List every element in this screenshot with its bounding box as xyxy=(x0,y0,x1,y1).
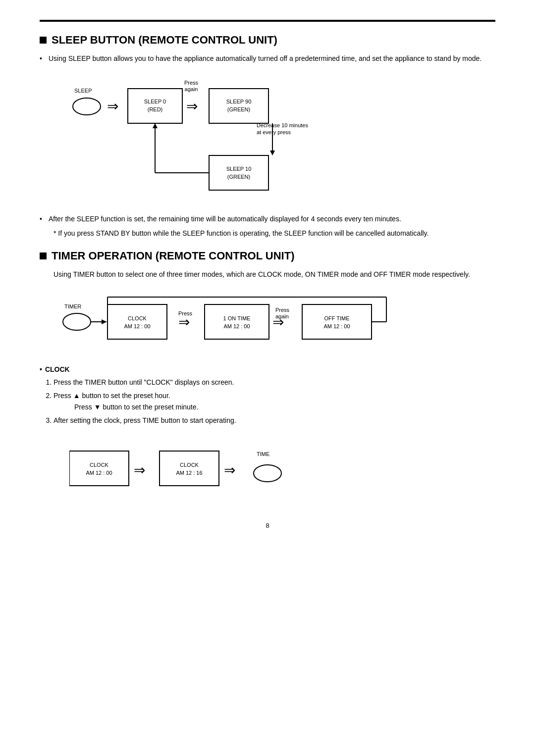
clock-flow-svg: CLOCK AM 12 : 00 ⇒ CLOCK AM 12 : 16 ⇒ TI… xyxy=(69,441,347,501)
clock-item2: Press ▲ button to set the preset hour. P… xyxy=(54,390,495,412)
svg-text:SLEEP 10: SLEEP 10 xyxy=(226,166,252,172)
svg-point-1 xyxy=(73,98,101,115)
svg-text:⇒: ⇒ xyxy=(186,99,198,114)
svg-text:AM 12 : 16: AM 12 : 16 xyxy=(176,470,202,476)
svg-text:1 ON TIME: 1 ON TIME xyxy=(223,315,251,321)
clock-section: CLOCK Press the TIMER button until "CLOC… xyxy=(40,365,495,427)
timer-section-title: TIMER OPERATION (REMOTE CONTROL UNIT) xyxy=(40,250,495,262)
svg-text:⇒: ⇒ xyxy=(134,462,145,478)
svg-rect-16 xyxy=(209,155,268,190)
svg-text:AM 12 : 00: AM 12 : 00 xyxy=(223,323,250,329)
svg-marker-15 xyxy=(270,151,275,155)
svg-text:TIME: TIME xyxy=(257,451,269,457)
svg-text:TIMER: TIMER xyxy=(64,303,81,309)
svg-rect-37 xyxy=(302,304,372,339)
sleep-note: * If you press STAND BY button while the… xyxy=(40,228,495,239)
sleep-bullet2: After the SLEEP function is set, the rem… xyxy=(40,214,495,224)
svg-text:AM 12 : 00: AM 12 : 00 xyxy=(323,323,350,329)
timer-description: Using TIMER button to select one of thre… xyxy=(40,269,495,280)
svg-rect-48 xyxy=(160,451,219,486)
timer-flow-svg: TIMER CLOCK AM 12 : 00 Press ⇒ 1 ON TIME… xyxy=(59,290,436,354)
svg-text:Press: Press xyxy=(275,307,290,313)
svg-text:SLEEP 0: SLEEP 0 xyxy=(144,99,166,104)
svg-marker-21 xyxy=(153,123,158,128)
bullet-square-timer xyxy=(40,252,47,259)
clock-title: CLOCK xyxy=(40,365,495,373)
svg-text:again: again xyxy=(185,86,198,92)
sleep-diagram: SLEEP ⇒ SLEEP 0 (RED) Press again ⇒ SLEE… xyxy=(59,74,495,204)
svg-point-23 xyxy=(63,313,91,330)
svg-text:OFF TIME: OFF TIME xyxy=(324,315,349,321)
svg-rect-9 xyxy=(209,89,268,123)
svg-text:CLOCK: CLOCK xyxy=(90,462,109,468)
top-border xyxy=(40,20,495,22)
svg-text:CLOCK: CLOCK xyxy=(180,462,199,468)
svg-text:(GREEN): (GREEN) xyxy=(227,106,250,112)
svg-text:⇒: ⇒ xyxy=(224,462,235,478)
svg-point-53 xyxy=(254,465,281,482)
clock-item1: Press the TIMER button until "CLOCK" dis… xyxy=(54,376,495,389)
clock-diagram: CLOCK AM 12 : 00 ⇒ CLOCK AM 12 : 16 ⇒ TI… xyxy=(69,441,495,502)
page-number: 8 xyxy=(40,522,495,529)
svg-marker-25 xyxy=(102,319,107,324)
svg-text:AM 12 : 00: AM 12 : 00 xyxy=(124,323,150,329)
bullet-square xyxy=(40,37,47,44)
sleep-flow-svg: SLEEP ⇒ SLEEP 0 (RED) Press again ⇒ SLEE… xyxy=(59,74,406,202)
svg-text:Decrease 10 minutes: Decrease 10 minutes xyxy=(257,122,308,128)
svg-text:Press: Press xyxy=(184,80,199,86)
svg-text:⇒: ⇒ xyxy=(272,314,284,330)
sleep-section-title: SLEEP BUTTON (REMOTE CONTROL UNIT) xyxy=(40,34,495,47)
svg-text:(RED): (RED) xyxy=(148,106,163,112)
svg-rect-44 xyxy=(69,451,129,486)
svg-text:CLOCK: CLOCK xyxy=(128,315,147,321)
sleep-bullet1: Using SLEEP button allows you to have th… xyxy=(40,53,495,64)
timer-diagram: TIMER CLOCK AM 12 : 00 Press ⇒ 1 ON TIME… xyxy=(59,290,495,355)
svg-text:⇒: ⇒ xyxy=(178,314,190,330)
svg-text:⇒: ⇒ xyxy=(107,99,118,114)
svg-rect-31 xyxy=(205,304,269,339)
svg-text:at every press: at every press xyxy=(257,129,291,135)
page: SLEEP BUTTON (REMOTE CONTROL UNIT) Using… xyxy=(0,0,535,756)
clock-list: Press the TIMER button until "CLOCK" dis… xyxy=(40,376,495,427)
svg-rect-3 xyxy=(128,89,182,123)
svg-text:(GREEN): (GREEN) xyxy=(227,174,250,180)
clock-item3: After setting the clock, press TIME butt… xyxy=(54,414,495,427)
svg-text:AM 12 : 00: AM 12 : 00 xyxy=(86,470,112,476)
svg-text:SLEEP 90: SLEEP 90 xyxy=(226,99,252,104)
svg-rect-26 xyxy=(107,304,167,339)
svg-text:SLEEP: SLEEP xyxy=(74,88,92,94)
clock-item2b: Press ▼ button to set the preset minute. xyxy=(54,402,495,412)
